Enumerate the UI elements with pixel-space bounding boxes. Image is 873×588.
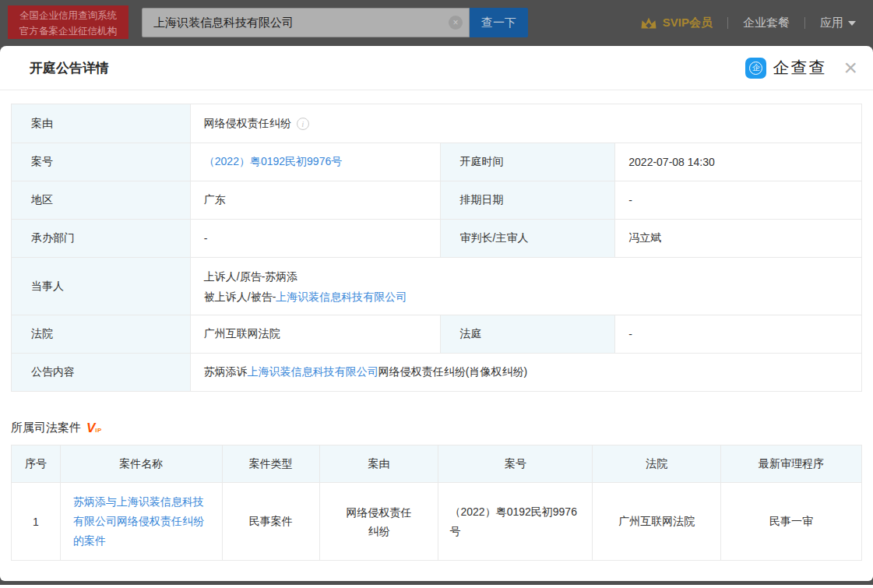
header-cause: 案由 [319,445,438,483]
party-line2: 被上诉人/被告-上海识装信息科技有限公司 [204,287,861,307]
case-no-label: 案号 [12,143,191,181]
svip-label: SVIP会员 [663,16,713,30]
hearing-detail-table: 案由 网络侵权责任纠纷 i 案号 （2022）粤0192民初9976号 开庭时间… [11,104,862,392]
modal-header: 开庭公告详情 企 企查查 × [0,46,873,90]
judge-value: 冯立斌 [615,220,862,258]
party-label: 当事人 [12,258,191,315]
site-logo[interactable]: 全国企业信用查询系统 官方备案企业征信机构 [8,5,128,39]
svip-menu-item[interactable]: SVIP会员 [640,16,713,30]
table-row: 地区 广东 排期日期 - [12,181,862,220]
table-row: 案由 网络侵权责任纠纷 i [12,104,862,143]
modal-title: 开庭公告详情 [30,59,109,77]
table-header-row: 序号 案件名称 案件类型 案由 案号 法院 最新审理程序 [12,445,862,483]
case-seq: 1 [12,483,61,561]
court-label: 法院 [12,315,191,354]
schedule-label: 排期日期 [440,181,615,220]
case-cause: 网络侵权责任纠纷 [319,483,438,561]
open-time-value: 2022-07-08 14:30 [615,143,862,181]
cause-value-cell: 网络侵权责任纠纷 i [190,104,861,143]
enterprise-package-label: 企业套餐 [743,16,790,30]
content-prefix: 苏炳添诉 [204,365,248,378]
apps-menu-item[interactable]: 应用 [820,16,856,30]
content-company-link[interactable]: 上海识装信息科技有限公司 [248,365,378,378]
tribunal-label: 法庭 [440,315,615,354]
table-row: 1 苏炳添与上海识装信息科技有限公司网络侵权责任纠纷的案件 民事案件 网络侵权责… [12,483,862,561]
department-value: - [190,220,440,258]
defendant-company-link[interactable]: 上海识装信息科技有限公司 [276,290,407,303]
case-no: （2022）粤0192民初9976号 [438,483,593,561]
menu-divider [804,17,805,29]
content-cell: 苏炳添诉上海识装信息科技有限公司网络侵权责任纠纷(肖像权纠纷) [190,354,861,392]
hearing-detail-modal: 开庭公告详情 企 企查查 × 案由 网络侵权责任纠纷 i 案号 [0,46,873,581]
crown-icon [640,16,657,30]
case-type: 民事案件 [222,483,319,561]
table-row: 法院 广州互联网法院 法庭 - [12,315,862,354]
vip-icon-ip: IP [95,427,102,434]
site-logo-line2: 官方备案企业征信机构 [8,23,128,39]
case-name-cell: 苏炳添与上海识装信息科技有限公司网络侵权责任纠纷的案件 [60,483,222,561]
table-row: 案号 （2022）粤0192民初9976号 开庭时间 2022-07-08 14… [12,143,862,181]
close-icon[interactable]: × [843,56,857,79]
schedule-value: - [615,181,862,220]
table-row: 公告内容 苏炳添诉上海识装信息科技有限公司网络侵权责任纠纷(肖像权纠纷) [12,354,862,392]
party-line1: 上诉人/原告-苏炳添 [204,266,861,287]
apps-label: 应用 [820,16,843,30]
department-label: 承办部门 [12,220,191,258]
table-row: 承办部门 - 审判长/主审人 冯立斌 [12,220,862,258]
header-procedure: 最新审理程序 [721,445,862,483]
top-bar: 全国企业信用查询系统 官方备案企业征信机构 × 查一下 SVIP会员 企业套餐 … [0,0,873,46]
header-case-no: 案号 [438,445,593,483]
header-seq: 序号 [12,445,61,483]
qichacha-brand-name: 企查查 [773,57,826,79]
site-logo-line1: 全国企业信用查询系统 [8,8,128,23]
related-cases-table: 序号 案件名称 案件类型 案由 案号 法院 最新审理程序 1 苏炳添与上海识装信… [11,445,862,561]
table-row: 当事人 上诉人/原告-苏炳添 被上诉人/被告-上海识装信息科技有限公司 [12,258,862,315]
qichacha-brand: 企 企查查 [745,57,826,79]
info-icon[interactable]: i [297,118,309,130]
header-case-type: 案件类型 [222,445,319,483]
search-input[interactable] [142,8,470,37]
case-name-link[interactable]: 苏炳添与上海识装信息科技有限公司网络侵权责任纠纷的案件 [73,492,209,551]
region-value: 广东 [190,181,440,220]
region-label: 地区 [12,181,191,220]
case-no-link[interactable]: （2022）粤0192民初9976号 [204,155,342,167]
cause-label: 案由 [12,104,191,143]
content-suffix: 网络侵权责任纠纷(肖像权纠纷) [378,365,527,378]
qichacha-logo-icon: 企 [745,58,766,79]
court-value: 广州互联网法院 [190,315,440,354]
top-menu: SVIP会员 企业套餐 应用 [640,0,856,46]
case-no-cell: （2022）粤0192民初9976号 [190,143,440,181]
menu-divider [727,17,728,29]
tribunal-value: - [615,315,862,354]
party-line2-prefix: 被上诉人/被告- [204,290,276,303]
vip-icon-v: V [86,421,95,435]
open-time-label: 开庭时间 [440,143,615,181]
party-cell: 上诉人/原告-苏炳添 被上诉人/被告-上海识装信息科技有限公司 [190,258,861,315]
case-court: 广州互联网法院 [593,483,721,561]
content-label: 公告内容 [12,354,191,392]
judge-label: 审判长/主审人 [440,220,615,258]
section-title-text: 所属司法案件 [11,421,81,435]
qichacha-logo-glyph: 企 [749,62,762,75]
chevron-down-icon [848,21,856,26]
modal-body: 案由 网络侵权责任纠纷 i 案号 （2022）粤0192民初9976号 开庭时间… [0,104,873,561]
related-cases-section-title: 所属司法案件 V IP [11,421,862,435]
case-procedure: 民事一审 [721,483,862,561]
vip-icon: V IP [86,421,102,435]
header-court: 法院 [593,445,721,483]
search-button[interactable]: 查一下 [470,8,528,37]
clear-input-icon[interactable]: × [449,16,463,30]
header-case-name: 案件名称 [60,445,222,483]
cause-value: 网络侵权责任纠纷 [204,117,291,131]
enterprise-package-menu-item[interactable]: 企业套餐 [743,16,790,30]
